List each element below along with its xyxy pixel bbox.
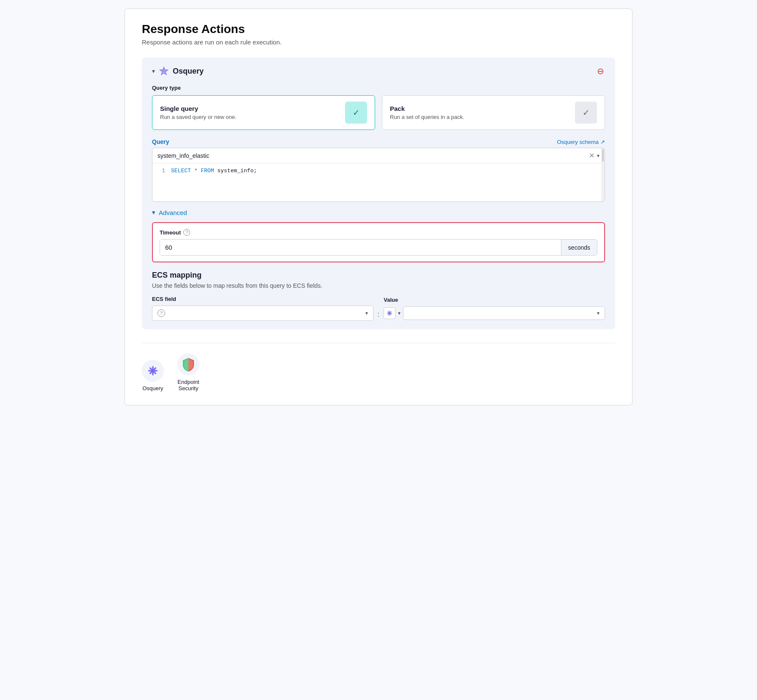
sql-from-keyword: FROM: [201, 168, 214, 174]
ecs-field-question-icon: ?: [157, 309, 165, 317]
sql-table-name: system_info;: [217, 168, 257, 174]
chevron-down-icon: ▾: [597, 153, 600, 159]
single-query-card[interactable]: Single query Run a saved query or new on…: [152, 95, 375, 130]
timeout-help-icon[interactable]: ?: [183, 229, 190, 236]
clear-query-button[interactable]: ✕: [589, 152, 594, 160]
osquery-footer-icon: [146, 364, 160, 378]
minus-circle-icon: ⊖: [597, 66, 604, 76]
query-select-row: system_info_elastic ✕ ▾: [152, 148, 605, 163]
ecs-field-dropdown[interactable]: ? ▾: [152, 306, 373, 321]
line-number: 1: [158, 168, 165, 197]
query-row-header: Query Osquery schema ↗: [152, 138, 605, 145]
timeout-input-row: seconds: [160, 239, 597, 256]
pack-check: ✓: [575, 102, 597, 124]
section-title: Osquery: [173, 67, 204, 76]
query-type-row: Single query Run a saved query or new on…: [152, 95, 605, 130]
single-query-desc: Run a saved query or new one.: [160, 114, 237, 120]
ecs-field-label: ECS field: [152, 296, 373, 302]
ecs-desc: Use the fields below to map results from…: [152, 282, 605, 289]
code-area: 1 SELECT * FROM system_info;: [152, 163, 605, 201]
query-select-value: system_info_elastic: [157, 152, 589, 159]
clear-icon: ✕: [589, 152, 594, 159]
add-endpoint-security-button[interactable]: Endpoint Security: [177, 353, 199, 391]
page-title: Response Actions: [142, 22, 615, 36]
page-subtitle: Response actions are run on each rule ex…: [142, 39, 615, 46]
ecs-field-col: ECS field ? ▾: [152, 296, 373, 321]
osquery-schema-label: Osquery schema: [557, 139, 599, 145]
advanced-chevron-icon: ▾: [152, 209, 155, 216]
query-select-actions: ✕ ▾: [589, 152, 600, 160]
svg-point-12: [151, 369, 155, 372]
ecs-value-col: Value ▾: [384, 297, 605, 320]
timeout-input[interactable]: [160, 240, 561, 255]
page-container: Response Actions Response actions are ru…: [124, 8, 633, 405]
collapse-chevron-icon[interactable]: ▾: [152, 68, 155, 74]
advanced-toggle-button[interactable]: ▾ Advanced: [152, 209, 187, 216]
external-link-icon: ↗: [600, 139, 605, 145]
osquery-footer-label: Osquery: [142, 385, 163, 391]
advanced-section: ▾ Advanced Timeout ? seconds ECS mapping…: [152, 209, 605, 321]
ecs-value-osquery-icon: [384, 307, 395, 319]
timeout-label-row: Timeout ?: [160, 229, 597, 236]
query-dropdown-button[interactable]: ▾: [597, 153, 600, 159]
add-osquery-button[interactable]: Osquery: [142, 360, 164, 391]
sql-operator: *: [194, 168, 201, 174]
endpoint-line2: Security: [179, 385, 199, 391]
timeout-label: Timeout: [160, 229, 181, 236]
osquery-action-icon-circle: [142, 360, 164, 382]
advanced-label: Advanced: [159, 209, 187, 216]
ecs-value-chevron-icon: ▾: [398, 310, 401, 316]
single-query-content: Single query Run a saved query or new on…: [160, 105, 237, 120]
ecs-title: ECS mapping: [152, 271, 605, 280]
pack-title: Pack: [390, 105, 464, 112]
ecs-columns: ECS field ? ▾ : Value: [152, 296, 605, 321]
pack-card[interactable]: Pack Run a set of queries in a pack. ✓: [382, 95, 605, 130]
query-input-wrapper: system_info_elastic ✕ ▾ 1 SELECT * FROM: [152, 148, 605, 202]
single-query-title: Single query: [160, 105, 237, 112]
ecs-separator: :: [373, 311, 384, 318]
endpoint-security-icon: [181, 357, 196, 372]
osquery-section: ▾ Osquery ⊖ Query type: [142, 58, 615, 329]
ecs-field-chevron-icon: ▾: [365, 310, 368, 316]
code-content: SELECT * FROM system_info;: [171, 168, 257, 197]
remove-section-button[interactable]: ⊖: [596, 66, 605, 76]
sql-keyword: SELECT: [171, 168, 191, 174]
section-header: ▾ Osquery ⊖: [152, 66, 605, 76]
ecs-value-dropdown[interactable]: ▾: [403, 306, 605, 320]
query-type-label: Query type: [152, 85, 605, 91]
query-label: Query: [152, 138, 169, 145]
pack-desc: Run a set of queries in a pack.: [390, 114, 464, 120]
osquery-schema-link[interactable]: Osquery schema ↗: [557, 139, 605, 145]
scrollbar-thumb: [602, 149, 604, 162]
endpoint-line1: Endpoint: [177, 379, 199, 385]
single-query-check: ✓: [345, 102, 367, 124]
scrollbar[interactable]: [601, 148, 605, 201]
endpoint-action-icon-circle: [177, 353, 199, 375]
osquery-section-icon: [159, 66, 169, 76]
endpoint-footer-label: Endpoint Security: [177, 379, 199, 391]
pack-content: Pack Run a set of queries in a pack.: [390, 105, 464, 120]
ecs-value-dropdown-chevron-icon: ▾: [597, 310, 600, 316]
ecs-value-row: ▾ ▾: [384, 306, 605, 320]
ecs-section: ECS mapping Use the fields below to map …: [152, 271, 605, 321]
ecs-value-label: Value: [384, 297, 605, 303]
timeout-box: Timeout ? seconds: [152, 222, 605, 262]
footer-actions: Osquery Endpoint Security: [142, 343, 615, 391]
seconds-badge: seconds: [561, 240, 597, 255]
section-header-left: ▾ Osquery: [152, 66, 204, 76]
osquery-mini-icon: [386, 309, 393, 317]
